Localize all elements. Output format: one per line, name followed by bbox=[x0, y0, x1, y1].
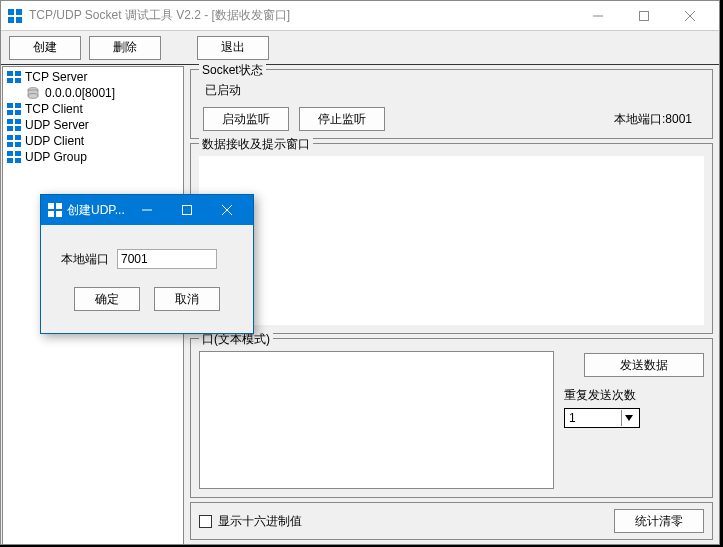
app-icon bbox=[7, 8, 23, 24]
port-label: 本地端口 bbox=[55, 251, 109, 268]
repeat-count-select[interactable]: 1 bbox=[564, 408, 640, 428]
tree-item-tcp-client[interactable]: TCP Client bbox=[5, 101, 181, 117]
dialog-minimize-button[interactable] bbox=[127, 196, 167, 224]
svg-rect-35 bbox=[56, 211, 62, 217]
svg-rect-20 bbox=[15, 119, 21, 124]
svg-rect-30 bbox=[15, 158, 21, 163]
dialog-close-button[interactable] bbox=[207, 196, 247, 224]
svg-rect-34 bbox=[48, 211, 54, 217]
svg-rect-17 bbox=[7, 110, 13, 115]
stop-listen-button[interactable]: 停止监听 bbox=[299, 107, 385, 131]
svg-rect-9 bbox=[15, 71, 21, 76]
svg-rect-0 bbox=[8, 9, 14, 15]
exit-button[interactable]: 退出 bbox=[197, 36, 269, 60]
svg-rect-5 bbox=[640, 11, 649, 20]
port-input[interactable] bbox=[117, 249, 217, 269]
window-title: TCP/UDP Socket 调试工具 V2.2 - [数据收发窗口] bbox=[29, 7, 290, 24]
svg-rect-8 bbox=[7, 71, 13, 76]
svg-rect-37 bbox=[183, 206, 192, 215]
svg-rect-18 bbox=[15, 110, 21, 115]
svg-rect-26 bbox=[15, 142, 21, 147]
svg-rect-16 bbox=[15, 103, 21, 108]
svg-rect-2 bbox=[8, 17, 14, 23]
create-button[interactable]: 创建 bbox=[9, 36, 81, 60]
svg-rect-25 bbox=[7, 142, 13, 147]
svg-rect-3 bbox=[16, 17, 22, 23]
svg-rect-23 bbox=[7, 135, 13, 140]
dialog-body: 本地端口 确定 取消 bbox=[41, 225, 253, 333]
svg-rect-21 bbox=[7, 126, 13, 131]
status-group: Socket状态 已启动 启动监听 停止监听 本地端口:8001 bbox=[190, 69, 713, 139]
svg-rect-19 bbox=[7, 119, 13, 124]
port-row: 本地端口 bbox=[55, 249, 239, 269]
tree-item-udp-group[interactable]: UDP Group bbox=[5, 149, 181, 165]
svg-rect-1 bbox=[16, 9, 22, 15]
right-pane: Socket状态 已启动 启动监听 停止监听 本地端口:8001 数据接收及提示… bbox=[184, 65, 719, 544]
svg-rect-28 bbox=[15, 151, 21, 156]
app-icon bbox=[47, 202, 63, 218]
grid-icon bbox=[7, 103, 21, 115]
hex-checkbox[interactable] bbox=[199, 515, 212, 528]
svg-rect-15 bbox=[7, 103, 13, 108]
ok-button[interactable]: 确定 bbox=[74, 287, 140, 311]
dialog-maximize-button[interactable] bbox=[167, 196, 207, 224]
window-controls bbox=[575, 2, 713, 30]
tree-item-tcp-server[interactable]: TCP Server bbox=[5, 69, 181, 85]
tree-label: 0.0.0.0[8001] bbox=[45, 86, 115, 100]
svg-rect-27 bbox=[7, 151, 13, 156]
send-textarea[interactable] bbox=[199, 351, 554, 489]
svg-rect-22 bbox=[15, 126, 21, 131]
repeat-box: 重复发送次数 1 bbox=[564, 387, 704, 428]
dialog-titlebar[interactable]: 创建UDP... bbox=[41, 195, 253, 225]
maximize-button[interactable] bbox=[621, 2, 667, 30]
send-data-button[interactable]: 发送数据 bbox=[584, 353, 704, 377]
delete-button[interactable]: 删除 bbox=[89, 36, 161, 60]
tree-item-udp-client[interactable]: UDP Client bbox=[5, 133, 181, 149]
stats-clear-button[interactable]: 统计清零 bbox=[614, 509, 704, 533]
receive-title: 数据接收及提示窗口 bbox=[199, 136, 313, 153]
send-group: 口(文本模式) 发送数据 重复发送次数 1 bbox=[190, 338, 713, 498]
grid-icon bbox=[7, 151, 21, 163]
tree-label: UDP Group bbox=[25, 150, 87, 164]
send-controls: 发送数据 重复发送次数 1 bbox=[564, 349, 704, 489]
db-icon bbox=[27, 87, 41, 99]
svg-rect-29 bbox=[7, 158, 13, 163]
tree-label: TCP Client bbox=[25, 102, 83, 116]
svg-rect-32 bbox=[48, 203, 54, 209]
grid-icon bbox=[7, 119, 21, 131]
status-state: 已启动 bbox=[199, 80, 704, 107]
svg-rect-11 bbox=[15, 78, 21, 83]
grid-icon bbox=[7, 71, 21, 83]
tree-label: UDP Server bbox=[25, 118, 89, 132]
start-listen-button[interactable]: 启动监听 bbox=[203, 107, 289, 131]
repeat-label: 重复发送次数 bbox=[564, 387, 704, 404]
local-port-label: 本地端口:8001 bbox=[614, 111, 700, 128]
tree-item-udp-server[interactable]: UDP Server bbox=[5, 117, 181, 133]
repeat-value: 1 bbox=[569, 411, 576, 425]
dialog-window-controls bbox=[127, 196, 247, 224]
cancel-button[interactable]: 取消 bbox=[154, 287, 220, 311]
status-title: Socket状态 bbox=[199, 62, 266, 79]
svg-marker-31 bbox=[625, 415, 633, 421]
tree-item-socket-address[interactable]: 0.0.0.0[8001] bbox=[5, 85, 181, 101]
titlebar: TCP/UDP Socket 调试工具 V2.2 - [数据收发窗口] bbox=[1, 1, 719, 31]
grid-icon bbox=[7, 135, 21, 147]
toolbar: 创建 删除 退出 bbox=[1, 31, 719, 65]
tree-label: TCP Server bbox=[25, 70, 87, 84]
svg-rect-33 bbox=[56, 203, 62, 209]
create-udp-dialog: 创建UDP... 本地端口 确定 取消 bbox=[40, 194, 254, 334]
tree-label: UDP Client bbox=[25, 134, 84, 148]
dialog-title: 创建UDP... bbox=[67, 202, 125, 219]
receive-textarea[interactable] bbox=[199, 156, 704, 325]
svg-point-14 bbox=[28, 94, 38, 99]
chevron-down-icon bbox=[621, 410, 635, 426]
dialog-buttons: 确定 取消 bbox=[55, 269, 239, 325]
footer: 显示十六进制值 统计清零 bbox=[190, 502, 713, 540]
close-button[interactable] bbox=[667, 2, 713, 30]
svg-rect-24 bbox=[15, 135, 21, 140]
minimize-button[interactable] bbox=[575, 2, 621, 30]
hex-label: 显示十六进制值 bbox=[218, 513, 302, 530]
receive-group: 数据接收及提示窗口 bbox=[190, 143, 713, 334]
svg-rect-10 bbox=[7, 78, 13, 83]
